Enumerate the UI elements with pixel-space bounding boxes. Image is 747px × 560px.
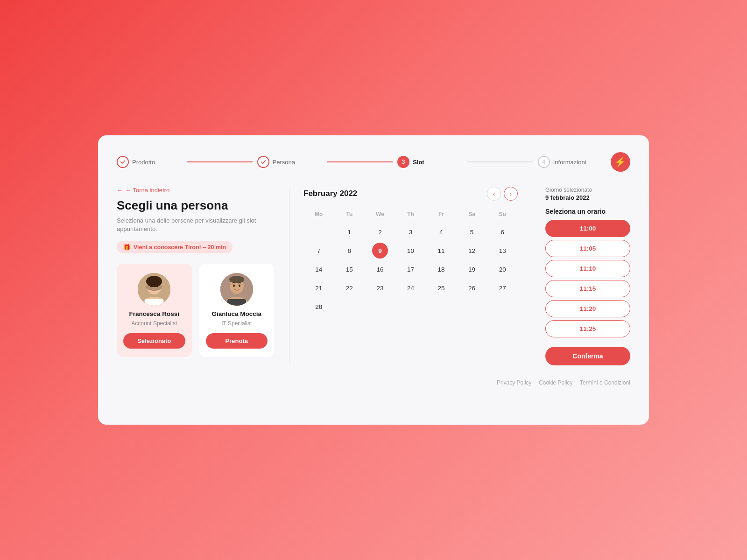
svg-rect-12 [227, 299, 246, 306]
cal-cell-17[interactable]: 17 [402, 261, 418, 277]
page-subtitle: Seleziona una delle persone per visualiz… [117, 217, 274, 233]
cal-cell-28[interactable]: 28 [311, 299, 327, 315]
person-name-gianluca: Gianluca Moccia [211, 310, 261, 317]
cal-week-5: 28 [303, 298, 518, 315]
promo-badge[interactable]: 🎁 Vieni a conoscere Tiron! – 20 min [117, 241, 233, 253]
avatar-francesca [138, 273, 170, 306]
cal-cell-13[interactable]: 13 [494, 243, 510, 259]
selected-date-label: Giorno selezionato [545, 187, 630, 193]
cal-cell-20[interactable]: 20 [494, 261, 510, 277]
main-card: Prodotto Persona 3 Slot 4 Informazioni ⚡ [98, 135, 649, 425]
back-link-label: ← Torna indietro [125, 187, 169, 194]
cal-day-we: We [365, 209, 395, 219]
cal-next-btn[interactable]: › [504, 187, 518, 201]
step-circle-prodotto [117, 156, 129, 168]
cal-cell-25[interactable]: 25 [433, 280, 449, 296]
step-informazioni: 4 Informazioni [538, 156, 603, 168]
cal-cell-26[interactable]: 26 [464, 280, 480, 296]
time-slots: 11:00 11:05 11:10 11:15 11:20 11:25 [545, 220, 630, 337]
step-line-3 [467, 161, 533, 162]
time-slot-1105[interactable]: 11:05 [545, 240, 630, 257]
stepper: Prodotto Persona 3 Slot 4 Informazioni ⚡ [117, 152, 630, 172]
cal-cell-15[interactable]: 15 [341, 261, 357, 277]
cal-days-header: Mo Tu We Th Fr Sa Su [303, 209, 518, 219]
svg-point-7 [156, 285, 158, 287]
time-label: Seleziona un orario [545, 208, 630, 215]
step-label-persona: Persona [273, 159, 295, 166]
cal-cell-19[interactable]: 19 [464, 261, 480, 277]
cal-cell-3[interactable]: 3 [402, 224, 418, 240]
cal-cell-11[interactable]: 11 [433, 243, 449, 259]
time-slot-1115[interactable]: 11:15 [545, 280, 630, 297]
cal-cell-10[interactable]: 10 [402, 243, 418, 259]
time-slot-1120[interactable]: 11:20 [545, 300, 630, 317]
step-circle-slot: 3 [397, 156, 409, 168]
calendar-header: February 2022 ‹ › [303, 187, 518, 201]
svg-point-3 [146, 283, 162, 291]
time-slot-1110[interactable]: 11:10 [545, 260, 630, 277]
cal-day-tu: Tu [334, 209, 365, 219]
cal-cell-23[interactable]: 23 [372, 280, 388, 296]
cal-cell-9[interactable]: 9 [372, 243, 388, 259]
cal-cell-12[interactable]: 12 [464, 243, 480, 259]
cal-cell-empty [311, 224, 327, 240]
step-circle-persona [257, 156, 269, 168]
step-label-informazioni: Informazioni [553, 159, 586, 166]
cal-prev-btn[interactable]: ‹ [487, 187, 501, 201]
cal-cell-22[interactable]: 22 [341, 280, 357, 296]
page-title: Scegli una persona [117, 198, 274, 213]
cal-day-sa: Sa [457, 209, 487, 219]
cal-cell-1[interactable]: 1 [341, 224, 357, 240]
cal-cell-21[interactable]: 21 [311, 280, 327, 296]
cal-cell-2[interactable]: 2 [372, 224, 388, 240]
cal-cell-18[interactable]: 18 [433, 261, 449, 277]
svg-rect-5 [145, 299, 163, 306]
person-btn-gianluca[interactable]: Prenota [206, 333, 268, 349]
time-slot-1125[interactable]: 11:25 [545, 320, 630, 337]
person-btn-francesca[interactable]: Selezionato [123, 333, 185, 349]
brand-icon: ⚡ [611, 152, 630, 172]
back-link[interactable]: ← ← Torna indietro [117, 187, 274, 194]
step-prodotto: Prodotto [117, 156, 182, 168]
svg-point-13 [233, 285, 235, 287]
person-card-francesca[interactable]: Francesca Rossi Account Specialist Selez… [117, 264, 192, 357]
footer: Privacy Policy Cookie Policy Termini e C… [117, 379, 630, 386]
selected-date-value: 9 febbraio 2022 [545, 194, 630, 201]
step-line-2 [327, 161, 393, 162]
right-panel: Giorno selezionato 9 febbraio 2022 Selez… [532, 187, 630, 365]
gift-icon: 🎁 [123, 244, 131, 251]
calendar-title: February 2022 [303, 189, 357, 198]
cookie-policy-link[interactable]: Cookie Policy [539, 379, 573, 386]
cal-cell-8[interactable]: 8 [341, 243, 357, 259]
cal-cell-16[interactable]: 16 [372, 261, 388, 277]
privacy-policy-link[interactable]: Privacy Policy [497, 379, 532, 386]
confirm-btn[interactable]: Conferma [545, 347, 630, 365]
persons-grid: Francesca Rossi Account Specialist Selez… [117, 264, 274, 357]
cal-cell-4[interactable]: 4 [433, 224, 449, 240]
cal-cell-6[interactable]: 6 [494, 224, 510, 240]
time-slot-1100[interactable]: 11:00 [545, 220, 630, 237]
terms-link[interactable]: Termini e Condizioni [580, 379, 630, 386]
content-area: ← ← Torna indietro Scegli una persona Se… [117, 187, 630, 365]
cal-cell-27[interactable]: 27 [494, 280, 510, 296]
svg-point-6 [150, 285, 152, 287]
step-label-prodotto: Prodotto [132, 159, 155, 166]
cal-cell-7[interactable]: 7 [311, 243, 327, 259]
svg-point-10 [229, 276, 244, 283]
step-label-slot: Slot [413, 159, 424, 166]
cal-cell-5[interactable]: 5 [464, 224, 480, 240]
back-arrow-icon: ← [117, 187, 123, 194]
person-name-francesca: Francesca Rossi [129, 310, 179, 317]
cal-day-th: Th [395, 209, 426, 219]
cal-cell-24[interactable]: 24 [402, 280, 418, 296]
cal-day-fr: Fr [426, 209, 457, 219]
person-card-gianluca[interactable]: Gianluca Moccia IT Specialist Prenota [199, 264, 275, 357]
cal-week-1: 1 2 3 4 5 6 [303, 223, 518, 241]
cal-nav: ‹ › [487, 187, 518, 201]
svg-point-14 [239, 285, 240, 287]
cal-week-2: 7 8 9 10 11 12 13 [303, 242, 518, 259]
cal-day-su: Su [487, 209, 518, 219]
cal-cell-14[interactable]: 14 [311, 261, 327, 277]
cal-day-mo: Mo [303, 209, 334, 219]
avatar-gianluca [220, 273, 253, 306]
